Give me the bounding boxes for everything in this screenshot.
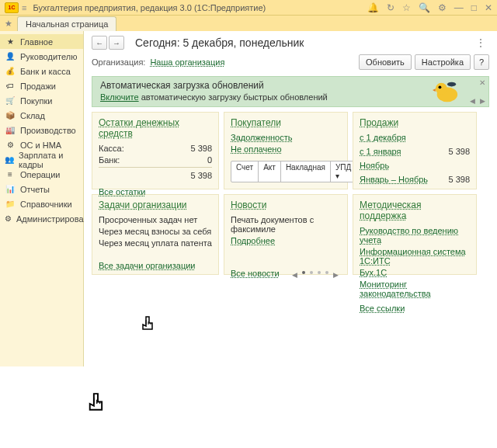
pager-next-icon[interactable]: ▶ bbox=[333, 271, 339, 279]
pager-prev-icon[interactable]: ◀ bbox=[292, 271, 297, 279]
support-title[interactable]: Методическая поддержка bbox=[360, 200, 470, 221]
news-title[interactable]: Новости bbox=[231, 200, 266, 210]
duck-icon bbox=[431, 78, 461, 105]
content: ← → Сегодня: 5 декабря, понедельник ⋮ Ор… bbox=[84, 31, 497, 366]
card-buyers: Покупатели Задолженность Не оплачено Сче… bbox=[224, 112, 348, 189]
settings-button[interactable]: Настройка bbox=[415, 54, 471, 70]
more-icon[interactable]: ⋮ bbox=[472, 36, 489, 49]
sidebar-item-main[interactable]: ★Главное bbox=[0, 34, 83, 49]
tabbar: ★ Начальная страница bbox=[0, 16, 497, 31]
banner-next-icon[interactable]: ▶ bbox=[480, 97, 485, 105]
card-news: Новости Печать документов с факсимиле По… bbox=[224, 194, 348, 275]
sales-title[interactable]: Продажи bbox=[360, 117, 398, 128]
pager-dot[interactable] bbox=[318, 271, 321, 274]
person-icon: 👤 bbox=[5, 51, 16, 62]
card-tasks: Задачи организации Просроченных задач не… bbox=[92, 194, 219, 275]
sidebar-item-warehouse[interactable]: 📦Склад bbox=[0, 108, 83, 123]
pager-dot[interactable] bbox=[302, 271, 305, 274]
app-logo: 1C bbox=[5, 2, 19, 13]
banner-prev-icon[interactable]: ◀ bbox=[470, 97, 475, 105]
close-icon[interactable]: ✕ bbox=[485, 2, 492, 13]
maximize-icon[interactable]: □ bbox=[471, 2, 477, 13]
sidebar: ★Главное 👤Руководителю 💰Банк и касса 🏷Пр… bbox=[0, 31, 84, 366]
news-all-link[interactable]: Все новости bbox=[231, 269, 280, 278]
sidebar-item-reports[interactable]: 📊Отчеты bbox=[0, 182, 83, 196]
buyers-title[interactable]: Покупатели bbox=[231, 117, 281, 128]
tasks-title[interactable]: Задачи организации bbox=[99, 200, 187, 210]
cash-all-link[interactable]: Все остатки bbox=[99, 187, 145, 196]
cursor-icon bbox=[84, 390, 112, 419]
cash-title[interactable]: Остатки денежных средств bbox=[99, 117, 212, 139]
update-banner: Автоматическая загрузка обновлений Включ… bbox=[92, 76, 489, 107]
search-icon[interactable]: 🔍 bbox=[419, 2, 430, 13]
bell-icon[interactable]: 🔔 bbox=[367, 2, 379, 13]
minimize-icon[interactable]: — bbox=[454, 2, 464, 13]
sidebar-item-purchase[interactable]: 🛒Покупки bbox=[0, 93, 83, 108]
chart-icon: 📊 bbox=[5, 184, 16, 195]
star-icon[interactable]: ☆ bbox=[402, 2, 411, 13]
cart-icon: 🛒 bbox=[5, 96, 16, 106]
tab-start-page[interactable]: Начальная страница bbox=[17, 16, 116, 31]
sidebar-item-sales[interactable]: 🏷Продажи bbox=[0, 78, 83, 93]
sales-dec-link[interactable]: с 1 декабря bbox=[360, 133, 406, 142]
nav-forward-button[interactable]: → bbox=[109, 36, 124, 50]
support-all-link[interactable]: Все ссылки bbox=[360, 304, 405, 313]
sales-range-link[interactable]: Январь – Ноябрь bbox=[360, 175, 428, 184]
list-icon: ≡ bbox=[5, 169, 16, 180]
titlebar: 1C ≡ Бухгалтерия предприятия, редакция 3… bbox=[0, 0, 497, 16]
sales-jan-link[interactable]: с 1 января bbox=[360, 147, 401, 156]
banner-close-icon[interactable]: ✕ bbox=[479, 78, 485, 87]
app-title: Бухгалтерия предприятия, редакция 3.0 (1… bbox=[33, 3, 367, 12]
svg-point-2 bbox=[439, 85, 442, 89]
support-link-2[interactable]: Бух.1С bbox=[360, 268, 387, 277]
support-link-3[interactable]: Мониторинг законодательства bbox=[360, 280, 470, 298]
history-icon[interactable]: ↻ bbox=[387, 2, 394, 13]
card-sales: Продажи с 1 декабря с 1 января5 398 Нояб… bbox=[353, 112, 477, 189]
sidebar-item-salary[interactable]: 👥Зарплата и кадры bbox=[0, 152, 83, 167]
gear-icon: ⚙ bbox=[5, 214, 12, 224]
menu-icon[interactable]: ≡ bbox=[22, 3, 26, 12]
settings-icon[interactable]: ⚙ bbox=[438, 2, 447, 13]
window-controls: 🔔 ↻ ☆ 🔍 ⚙ — □ ✕ bbox=[367, 2, 492, 13]
pager-dot[interactable] bbox=[325, 271, 328, 274]
page-title: Сегодня: 5 декабря, понедельник bbox=[135, 36, 472, 49]
sidebar-item-bank[interactable]: 💰Банк и касса bbox=[0, 64, 83, 78]
tab-act[interactable]: Акт bbox=[259, 161, 281, 182]
buyers-debt-link[interactable]: Задолженность bbox=[231, 133, 293, 142]
news-pager: ◀ ▶ bbox=[292, 271, 339, 279]
money-icon: 💰 bbox=[5, 66, 16, 77]
banner-title: Автоматическая загрузка обновлений bbox=[100, 80, 481, 91]
org-label: Организация: bbox=[92, 57, 145, 67]
factory-icon: 🏭 bbox=[5, 125, 16, 136]
card-cash: Остатки денежных средств Касса:5 398 Бан… bbox=[92, 112, 219, 189]
tag-icon: 🏷 bbox=[5, 81, 16, 92]
card-support: Методическая поддержка Руководство по ве… bbox=[353, 194, 477, 275]
org-link[interactable]: Наша организация bbox=[150, 57, 224, 67]
tab-invoice[interactable]: Счет bbox=[231, 161, 259, 182]
buyers-unpaid-link[interactable]: Не оплачено bbox=[231, 144, 282, 154]
svg-point-3 bbox=[447, 82, 456, 87]
help-button[interactable]: ? bbox=[474, 54, 489, 70]
svg-point-1 bbox=[436, 83, 447, 95]
pager-dot[interactable] bbox=[310, 271, 313, 274]
favorites-icon[interactable]: ★ bbox=[5, 19, 12, 29]
sidebar-item-operations[interactable]: ≡Операции bbox=[0, 167, 83, 182]
sales-nov-link[interactable]: Ноябрь bbox=[360, 161, 389, 170]
banner-enable-link[interactable]: Включите bbox=[100, 92, 139, 102]
tasks-all-link[interactable]: Все задачи организации bbox=[99, 261, 196, 270]
support-link-1[interactable]: Информационная система 1С:ИТС bbox=[360, 247, 470, 266]
sidebar-item-production[interactable]: 🏭Производство bbox=[0, 123, 83, 137]
people-icon: 👥 bbox=[5, 155, 14, 165]
nav-back-button[interactable]: ← bbox=[92, 36, 107, 50]
tab-delivery[interactable]: Накладная bbox=[281, 161, 331, 182]
sidebar-item-admin[interactable]: ⚙Администрирование bbox=[0, 211, 83, 226]
sidebar-item-refs[interactable]: 📁Справочники bbox=[0, 196, 83, 211]
support-link-0[interactable]: Руководство по ведению учета bbox=[360, 226, 470, 245]
doc-type-tabs: Счет Акт Накладная УПД ▾ bbox=[231, 161, 356, 182]
refresh-button[interactable]: Обновить bbox=[359, 54, 412, 70]
star-icon: ★ bbox=[5, 36, 16, 47]
sidebar-item-manager[interactable]: 👤Руководителю bbox=[0, 49, 83, 64]
gear-icon: ⚙ bbox=[5, 140, 16, 151]
news-detail-link[interactable]: Подробнее bbox=[231, 236, 275, 245]
folder-icon: 📁 bbox=[5, 199, 16, 210]
